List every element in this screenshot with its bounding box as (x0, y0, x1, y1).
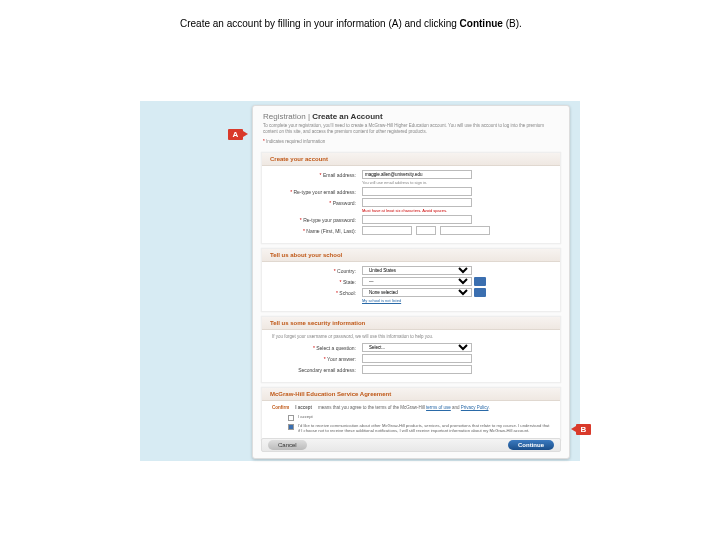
callout-b: B (576, 424, 591, 435)
password-hint: Must have at least six characters. Avoid… (362, 208, 550, 213)
school-go-button[interactable] (474, 288, 486, 297)
section-agreement: McGraw-Hill Education Service Agreement … (261, 387, 561, 441)
optin-checkbox-label: I'd like to receive communication about … (298, 423, 550, 434)
email-field[interactable] (362, 170, 472, 179)
section-agreement-head: McGraw-Hill Education Service Agreement (262, 388, 560, 401)
required-note: Indicates required information (263, 139, 559, 144)
page-subtitle: To complete your registration, you'll ne… (263, 123, 559, 135)
form-header: Registration | Create an Account To comp… (253, 106, 569, 148)
registration-form-window: Registration | Create an Account To comp… (252, 105, 570, 459)
footer-bar: Cancel Continue (261, 438, 561, 452)
instruction-text: Create an account by filling in your inf… (0, 0, 720, 29)
name-label: Name (First, MI, Last): (272, 226, 362, 234)
middle-initial-field[interactable] (416, 226, 436, 235)
last-name-field[interactable] (440, 226, 490, 235)
section-security: Tell us some security information If you… (261, 316, 561, 383)
state-select[interactable]: — (362, 277, 472, 286)
accept-checkbox-label: I accept (298, 414, 313, 419)
section-school: Tell us about your school Country: Unite… (261, 248, 561, 312)
school-not-listed-link[interactable]: My school is not listed (362, 298, 550, 303)
password-field[interactable] (362, 198, 472, 207)
answer-field[interactable] (362, 354, 472, 363)
optin-checkbox[interactable] (288, 424, 294, 430)
country-select[interactable]: United States (362, 266, 472, 275)
security-note: If you forget your username or password,… (272, 334, 550, 343)
section-account: Create your account Email address: You w… (261, 152, 561, 244)
retype-password-label: Re-type your password: (272, 215, 362, 223)
callout-a: A (228, 129, 243, 140)
retype-email-label: Re-type your email address: (272, 187, 362, 195)
continue-button[interactable]: Continue (508, 440, 554, 450)
terms-link[interactable]: terms of use (426, 405, 451, 410)
page-title: Registration | Create an Account (263, 112, 559, 121)
secondary-email-field[interactable] (362, 365, 472, 374)
school-label: School: (272, 288, 362, 296)
email-hint: You will use email address to sign in. (362, 180, 550, 185)
section-security-head: Tell us some security information (262, 317, 560, 330)
agreement-text: means that you agree to the terms of the… (318, 405, 490, 410)
retype-email-field[interactable] (362, 187, 472, 196)
agreement-accept-word: I accept (295, 405, 312, 410)
cancel-button[interactable]: Cancel (268, 440, 307, 450)
screenshot-panel: A B Registration | Create an Account To … (140, 101, 580, 461)
state-go-button[interactable] (474, 277, 486, 286)
agreement-confirm-strong: Confirm (272, 405, 289, 410)
answer-label: Your answer: (272, 354, 362, 362)
school-select[interactable]: None selected (362, 288, 472, 297)
accept-checkbox[interactable] (288, 415, 294, 421)
section-school-head: Tell us about your school (262, 249, 560, 262)
first-name-field[interactable] (362, 226, 412, 235)
password-label: Password: (272, 198, 362, 206)
privacy-link[interactable]: Privacy Policy (461, 405, 489, 410)
state-label: State: (272, 277, 362, 285)
country-label: Country: (272, 266, 362, 274)
retype-password-field[interactable] (362, 215, 472, 224)
email-label: Email address: (272, 170, 362, 178)
section-account-head: Create your account (262, 153, 560, 166)
secondary-email-label: Secondary email address: (272, 365, 362, 373)
question-select[interactable]: Select... (362, 343, 472, 352)
question-label: Select a question: (272, 343, 362, 351)
